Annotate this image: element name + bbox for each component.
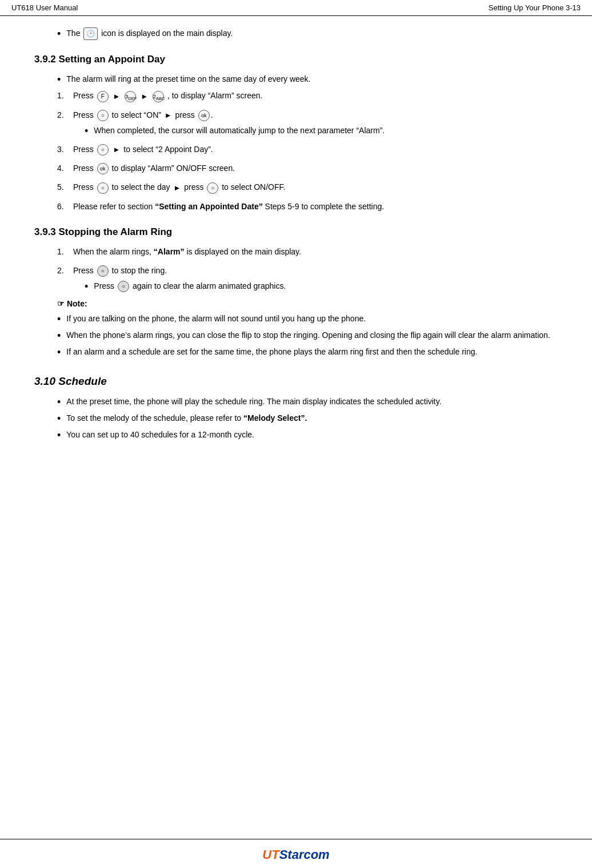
step-number: 2. <box>57 265 73 277</box>
nav-circle-icon: ○ <box>97 182 109 194</box>
step-393-2-sub-text: Press ○ again to clear the alarm animate… <box>94 280 558 292</box>
step-393-1-text: When the alarm rings, “Alarm” is display… <box>73 246 558 258</box>
bullet-symbol: • <box>85 281 88 292</box>
step-number: 6. <box>57 201 73 213</box>
step-392-2-text: Press ○ to select “ON” ► press ok. • Whe… <box>73 109 558 137</box>
step-392-6-text: Please refer to section “Setting an Appo… <box>73 201 558 213</box>
note-1-text: If you are talking on the phone, the ala… <box>66 313 558 325</box>
bullet-symbol: • <box>57 314 61 324</box>
nav-circle-icon: ○ <box>97 110 109 121</box>
bullet-symbol: • <box>57 397 61 407</box>
step-392-1-text: Press F ► 3DEF ► 2ABC , to display “Alar… <box>73 90 558 102</box>
page-footer: UT Starcom <box>0 839 592 868</box>
note-3: • If an alarm and a schedule are set for… <box>34 346 558 358</box>
step-number: 2. <box>57 109 73 121</box>
step-393-2-text: Press ○ to stop the ring. • Press ○ agai… <box>73 265 558 293</box>
step-393-2-sub: • Press ○ again to clear the alarm anima… <box>73 280 558 292</box>
note-3-text: If an alarm and a schedule are set for t… <box>66 346 558 358</box>
step-393-2: 2. Press ○ to stop the ring. • Press ○ a… <box>34 265 558 293</box>
section-310: 3.10 Schedule • At the preset time, the … <box>34 375 558 441</box>
step-number: 5. <box>57 181 73 193</box>
nav-circle-icon: ○ <box>97 144 109 156</box>
section-310-bullet1: • At the preset time, the phone will pla… <box>34 396 558 408</box>
bullet-symbol: • <box>57 74 61 85</box>
step-number: 3. <box>57 144 73 156</box>
note-2: • When the phone’s alarm rings, you can … <box>34 329 558 341</box>
intro-bullet-text: The 🕑 icon is displayed on the main disp… <box>66 27 558 40</box>
section-393: 3.9.3 Stopping the Alarm Ring 1. When th… <box>34 226 558 359</box>
nav-circle-icon: ○ <box>207 182 218 194</box>
section-310-bullet3-text: You can set up to 40 schedules for a 12-… <box>66 429 558 441</box>
page-container: UT618 User Manual Setting Up Your Phone … <box>0 0 592 868</box>
3def-key-icon: 3DEF <box>125 91 136 102</box>
step-392-3: 3. Press ○ ► to select “2 Appoint Day”. <box>34 144 558 156</box>
bullet-symbol: • <box>57 430 61 440</box>
arrow-icon: ► <box>165 110 172 121</box>
section-392-title: 3.9.2 Setting an Appoint Day <box>34 54 558 65</box>
logo-starcom-text: Starcom <box>279 847 330 862</box>
step-392-6-bold: “Setting an Appointed Date” <box>155 202 262 211</box>
step-392-6: 6. Please refer to section “Setting an A… <box>34 201 558 213</box>
step-392-5-text: Press ○ to select the day ► press ○ to s… <box>73 181 558 193</box>
calendar-icon: 🕑 <box>83 27 98 40</box>
alarm-bold: “Alarm” <box>154 247 185 256</box>
step-392-3-text: Press ○ ► to select “2 Appoint Day”. <box>73 144 558 156</box>
ok-icon: ok <box>97 163 109 174</box>
utstarcom-logo: UT Starcom <box>262 847 329 862</box>
step-392-4: 4. Press ok to display “Alarm” ON/OFF sc… <box>34 162 558 174</box>
step-392-2-sub: • When completed, the cursor will automa… <box>73 125 558 137</box>
step-392-4-text: Press ok to display “Alarm” ON/OFF scree… <box>73 162 558 174</box>
section-392: 3.9.2 Setting an Appoint Day • The alarm… <box>34 54 558 212</box>
intro-bullet: • The 🕑 icon is displayed on the main di… <box>34 27 558 40</box>
logo-ut-text: UT <box>262 847 279 862</box>
step-392-2: 2. Press ○ to select “ON” ► press ok. • … <box>34 109 558 137</box>
step-393-1: 1. When the alarm rings, “Alarm” is disp… <box>34 246 558 258</box>
bullet-symbol: • <box>57 331 61 341</box>
melody-select-bold: “Melody Select”. <box>243 413 307 423</box>
note-2-text: When the phone’s alarm rings, you can cl… <box>66 329 558 341</box>
bullet-symbol: • <box>85 126 88 136</box>
note-text: ☞ Note: <box>57 299 87 308</box>
section-392-bullet1-text: The alarm will ring at the preset time o… <box>66 73 558 85</box>
clear-key-icon: ○ <box>118 281 129 292</box>
section-310-bullet3: • You can set up to 40 schedules for a 1… <box>34 429 558 441</box>
arrow-icon: ► <box>113 91 121 102</box>
section-392-bullet1: • The alarm will ring at the preset time… <box>34 73 558 85</box>
step-number: 1. <box>57 90 73 102</box>
section-310-bullet2-text: To set the melody of the schedule, pleas… <box>66 412 558 424</box>
bullet-symbol: • <box>57 29 61 39</box>
section-393-title: 3.9.3 Stopping the Alarm Ring <box>34 226 558 238</box>
arrow-icon: ► <box>141 91 148 102</box>
2abc-key-icon: 2ABC <box>153 91 164 102</box>
note-label: ☞ Note: <box>34 299 558 308</box>
header-right: Setting Up Your Phone 3-13 <box>489 3 581 12</box>
step-392-2-sub-text: When completed, the cursor will automati… <box>94 125 558 137</box>
step-number: 1. <box>57 246 73 258</box>
section-310-title: 3.10 Schedule <box>34 375 558 388</box>
ok-icon: ok <box>198 110 210 121</box>
header-left: UT618 User Manual <box>11 3 78 12</box>
arrow-icon: ► <box>173 182 181 194</box>
section-310-bullet2: • To set the melody of the schedule, ple… <box>34 412 558 424</box>
step-number: 4. <box>57 162 73 174</box>
bullet-symbol: • <box>57 347 61 357</box>
end-key-icon: ○ <box>97 265 109 277</box>
page-content: • The 🕑 icon is displayed on the main di… <box>0 16 592 480</box>
step-392-1: 1. Press F ► 3DEF ► 2ABC , to display “A… <box>34 90 558 102</box>
f-key-icon: F <box>97 91 109 102</box>
step-392-5: 5. Press ○ to select the day ► press ○ t… <box>34 181 558 193</box>
section-310-bullet1-text: At the preset time, the phone will play … <box>66 396 558 408</box>
arrow-icon: ► <box>113 144 121 156</box>
page-header: UT618 User Manual Setting Up Your Phone … <box>0 0 592 16</box>
note-1: • If you are talking on the phone, the a… <box>34 313 558 325</box>
bullet-symbol: • <box>57 413 61 424</box>
